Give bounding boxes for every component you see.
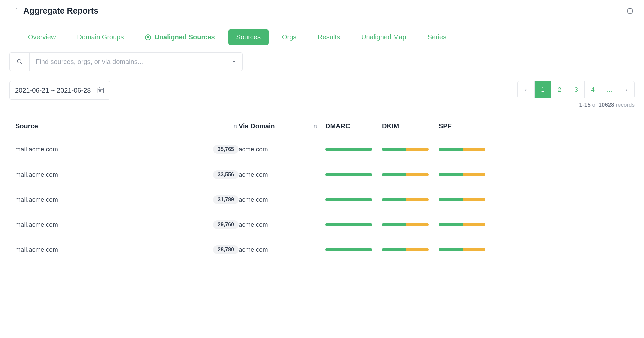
cell-source: mail.acme.com bbox=[15, 171, 205, 178]
col-dmarc[interactable]: DMARC bbox=[325, 122, 382, 130]
col-via-domain[interactable]: Via Domain bbox=[239, 122, 325, 130]
status-bar bbox=[382, 223, 429, 226]
cell-dkim bbox=[382, 148, 439, 151]
status-bar bbox=[325, 198, 372, 201]
cell-dmarc bbox=[325, 173, 382, 176]
col-spf[interactable]: SPF bbox=[439, 122, 495, 130]
search-group bbox=[9, 52, 243, 71]
pager-page-1[interactable]: 1 bbox=[534, 81, 551, 98]
col-via-label: Via Domain bbox=[239, 122, 275, 130]
status-bar bbox=[382, 148, 429, 151]
status-bar bbox=[382, 248, 429, 251]
cell-dmarc bbox=[325, 248, 382, 251]
search-dropdown-toggle[interactable] bbox=[225, 53, 242, 71]
documents-icon bbox=[11, 7, 19, 15]
cell-via-domain: acme.com bbox=[239, 246, 325, 253]
info-icon bbox=[626, 7, 634, 15]
pager-prev[interactable]: ‹ bbox=[518, 81, 534, 98]
svg-rect-0 bbox=[13, 9, 17, 14]
cell-source: mail.acme.com bbox=[15, 246, 205, 253]
cell-via-domain: acme.com bbox=[239, 171, 325, 178]
col-dkim[interactable]: DKIM bbox=[382, 122, 439, 130]
status-bar bbox=[439, 198, 485, 201]
table-row[interactable]: mail.acme.com31,789acme.com bbox=[9, 187, 635, 212]
col-source-sort[interactable] bbox=[205, 123, 239, 129]
cell-dkim bbox=[382, 223, 439, 226]
status-bar bbox=[382, 173, 429, 176]
col-source[interactable]: Source bbox=[15, 122, 205, 130]
table-row[interactable]: mail.acme.com28,780acme.com bbox=[9, 237, 635, 262]
cell-dkim bbox=[382, 198, 439, 201]
pager-next[interactable]: › bbox=[618, 81, 634, 98]
table-row[interactable]: mail.acme.com33,556acme.com bbox=[9, 162, 635, 187]
status-bar bbox=[439, 148, 485, 151]
table-row[interactable]: mail.acme.com35,765acme.com bbox=[9, 137, 635, 162]
chevron-down-icon bbox=[232, 61, 236, 63]
records-label: records bbox=[616, 102, 635, 108]
svg-point-3 bbox=[630, 9, 630, 10]
cell-spf bbox=[439, 223, 495, 226]
cell-spf bbox=[439, 148, 495, 151]
status-bar bbox=[439, 248, 485, 251]
cell-source: mail.acme.com bbox=[15, 221, 205, 228]
tab-overview[interactable]: Overview bbox=[20, 29, 64, 45]
cell-dmarc bbox=[325, 223, 382, 226]
pager-page-2[interactable]: 2 bbox=[551, 81, 568, 98]
svg-line-5 bbox=[20, 63, 22, 64]
svg-point-4 bbox=[17, 59, 21, 63]
search-icon-button[interactable] bbox=[10, 53, 30, 71]
tab-unaligned-map[interactable]: Unaligned Map bbox=[353, 29, 414, 45]
search-input[interactable] bbox=[30, 53, 225, 71]
date-pagination-row: 2021-06-21 ~ 2021-06-28 ‹1234...› 1-15 o… bbox=[0, 71, 644, 114]
tab-bar: Overview Domain Groups Unaligned Sources… bbox=[0, 22, 644, 52]
tab-domain-groups[interactable]: Domain Groups bbox=[69, 29, 132, 45]
col-source-label: Source bbox=[15, 122, 38, 130]
status-bar bbox=[439, 223, 485, 226]
cell-spf bbox=[439, 248, 495, 251]
sort-icon bbox=[313, 123, 319, 129]
date-range-text: 2021-06-21 ~ 2021-06-28 bbox=[15, 87, 91, 94]
cell-via-domain: acme.com bbox=[239, 196, 325, 203]
header-left: Aggregate Reports bbox=[11, 6, 98, 16]
pager-page-4[interactable]: 4 bbox=[584, 81, 601, 98]
cell-dkim bbox=[382, 248, 439, 251]
record-count: 1-15 of 10628 records bbox=[517, 102, 635, 108]
pager-page-...[interactable]: ... bbox=[601, 81, 618, 98]
count-pill: 33,556 bbox=[213, 170, 239, 179]
tab-orgs[interactable]: Orgs bbox=[274, 29, 304, 45]
calendar-icon bbox=[97, 86, 105, 94]
controls-row bbox=[0, 52, 644, 71]
status-bar bbox=[439, 173, 485, 176]
sort-icon bbox=[233, 123, 239, 129]
date-range-picker[interactable]: 2021-06-21 ~ 2021-06-28 bbox=[9, 81, 110, 100]
cell-via-domain: acme.com bbox=[239, 221, 325, 228]
status-bar bbox=[325, 173, 372, 176]
record-range-end: 15 bbox=[584, 102, 591, 108]
tab-results[interactable]: Results bbox=[310, 29, 348, 45]
cell-source: mail.acme.com bbox=[15, 196, 205, 203]
cell-spf bbox=[439, 173, 495, 176]
tab-series[interactable]: Series bbox=[420, 29, 455, 45]
count-pill: 29,760 bbox=[213, 220, 239, 229]
status-bar bbox=[325, 223, 372, 226]
tab-sources[interactable]: Sources bbox=[228, 29, 269, 45]
status-bar bbox=[325, 148, 372, 151]
table-row[interactable]: mail.acme.com29,760acme.com bbox=[9, 212, 635, 237]
info-button[interactable] bbox=[625, 6, 635, 16]
table-header: Source Via Domain DMARC DKIM SPF bbox=[9, 116, 635, 137]
cell-via-domain: acme.com bbox=[239, 146, 325, 153]
tab-unaligned-sources-label: Unaligned Sources bbox=[154, 33, 215, 41]
cell-dmarc bbox=[325, 148, 382, 151]
pagination-wrap: ‹1234...› 1-15 of 10628 records bbox=[517, 81, 635, 108]
count-pill: 28,780 bbox=[213, 245, 239, 254]
sources-table: Source Via Domain DMARC DKIM SPF mail.ac… bbox=[0, 114, 644, 262]
record-total: 10628 bbox=[598, 102, 614, 108]
radio-dot-icon bbox=[145, 34, 151, 40]
table-body: mail.acme.com35,765acme.commail.acme.com… bbox=[9, 137, 635, 262]
record-range-start: 1 bbox=[579, 102, 582, 108]
pager-page-3[interactable]: 3 bbox=[568, 81, 584, 98]
cell-spf bbox=[439, 198, 495, 201]
count-pill: 35,765 bbox=[213, 145, 239, 154]
count-pill: 31,789 bbox=[213, 195, 239, 204]
tab-unaligned-sources[interactable]: Unaligned Sources bbox=[137, 29, 223, 45]
